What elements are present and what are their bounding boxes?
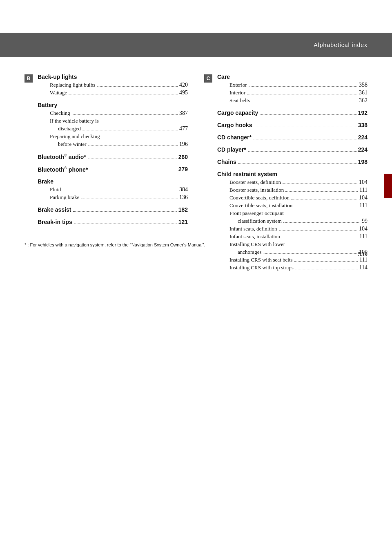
crs-seatbelts-entry: Installing CRS with seat belts 111 bbox=[217, 257, 368, 263]
letter-c-badge: C bbox=[204, 74, 212, 83]
bluetooth-audio-block: Bluetooth® audio* 260 bbox=[38, 153, 188, 160]
discharged-entry: discharged 477 bbox=[38, 125, 188, 132]
page-number: 539 bbox=[358, 251, 368, 257]
preparing-entry: Preparing and checking bbox=[38, 133, 188, 140]
booster-install-entry: Booster seats, installation 111 bbox=[217, 187, 368, 193]
convertible-def-entry: Convertible seats, definition 104 bbox=[217, 195, 368, 201]
anchorages-entry: anchorages 109 bbox=[217, 249, 368, 255]
section-tab bbox=[384, 174, 392, 198]
booster-def-entry: Booster seats, definition 104 bbox=[217, 179, 368, 186]
cargo-hooks-block: Cargo hooks 338 bbox=[217, 122, 368, 128]
exterior-entry: Exterior 358 bbox=[217, 82, 368, 88]
cargo-capacity-block: Cargo capacity 192 bbox=[217, 110, 368, 116]
break-in-tips-block: Break-in tips 121 bbox=[38, 219, 188, 225]
infant-def-entry: Infant seats, definition 104 bbox=[217, 226, 368, 232]
bluetooth-phone-block: Bluetooth® phone* 279 bbox=[38, 166, 188, 173]
letter-b-badge: B bbox=[24, 74, 33, 83]
parking-brake-entry: Parking brake 136 bbox=[38, 194, 188, 201]
break-in-tips-entry: Break-in tips 121 bbox=[38, 219, 188, 225]
backup-lights-block: Back-up lights Replacing light bulbs 420… bbox=[38, 74, 188, 96]
brake-entry: Brake bbox=[38, 178, 188, 185]
battery-block: Battery Checking 387 If the vehicle batt… bbox=[38, 102, 188, 148]
crs-top-straps-entry: Installing CRS with top straps 114 bbox=[217, 264, 368, 271]
replacing-bulbs-entry: Replacing light bulbs 420 bbox=[38, 82, 188, 88]
cargo-capacity-entry: Cargo capacity 192 bbox=[217, 110, 368, 116]
before-winter-entry: before winter 196 bbox=[38, 141, 188, 148]
bluetooth-audio-entry: Bluetooth® audio* 260 bbox=[38, 153, 188, 160]
convertible-install-entry: Convertible seats, installation 111 bbox=[217, 202, 368, 209]
interior-entry: Interior 361 bbox=[217, 90, 368, 96]
fluid-entry: Fluid 384 bbox=[38, 186, 188, 193]
cd-player-block: CD player* 224 bbox=[217, 146, 368, 153]
cd-player-entry: CD player* 224 bbox=[217, 146, 368, 153]
care-entry: Care bbox=[217, 74, 368, 80]
if-battery-entry: If the vehicle battery is bbox=[38, 118, 188, 124]
chains-entry: Chains 198 bbox=[217, 159, 368, 165]
backup-lights-entry: Back-up lights bbox=[38, 74, 188, 80]
chains-block: Chains 198 bbox=[217, 159, 368, 165]
child-restraint-block: Child restraint system Booster seats, de… bbox=[217, 171, 368, 271]
brake-assist-block: Brake assist 182 bbox=[38, 206, 188, 213]
header-title: Alphabetical index bbox=[314, 42, 368, 48]
right-column: C Care Exterior 358 Interior 36 bbox=[204, 74, 368, 280]
cargo-hooks-entry: Cargo hooks 338 bbox=[217, 122, 368, 128]
checking-entry: Checking 387 bbox=[38, 110, 188, 116]
battery-entry: Battery bbox=[38, 102, 188, 108]
bluetooth-phone-entry: Bluetooth® phone* 279 bbox=[38, 166, 188, 173]
left-column: B Back-up lights Replacing light bulbs 4… bbox=[24, 74, 188, 280]
classification-entry: classification system 99 bbox=[217, 218, 368, 224]
infant-install-entry: Infant seats, installation 111 bbox=[217, 233, 368, 240]
cd-changer-entry: CD changer* 224 bbox=[217, 134, 368, 141]
front-passenger-entry: Front passenger occupant bbox=[217, 210, 368, 217]
brake-block: Brake Fluid 384 Parking brake 136 bbox=[38, 178, 188, 201]
wattage-entry: Wattage 495 bbox=[38, 90, 188, 96]
header-bar: Alphabetical index bbox=[0, 33, 392, 57]
child-restraint-entry: Child restraint system bbox=[217, 171, 368, 177]
section-b-header: B Back-up lights Replacing light bulbs 4… bbox=[24, 74, 188, 231]
cd-changer-block: CD changer* 224 bbox=[217, 134, 368, 141]
footnote: * : For vehicles with a navigation syste… bbox=[24, 242, 368, 247]
care-block: Care Exterior 358 Interior 361 Seat bbox=[217, 74, 368, 104]
seat-belts-entry: Seat belts 362 bbox=[217, 97, 368, 104]
brake-assist-entry: Brake assist 182 bbox=[38, 206, 188, 213]
